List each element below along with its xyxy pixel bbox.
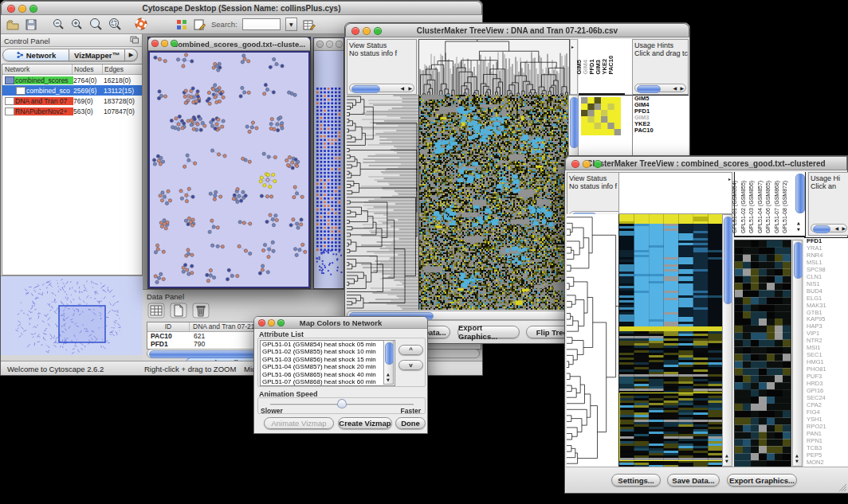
resize-grip-icon[interactable] — [838, 483, 847, 492]
zoom-button[interactable] — [29, 5, 37, 13]
col-header-network[interactable]: Network — [2, 64, 73, 74]
zoom-button[interactable] — [594, 160, 602, 168]
move-down-button[interactable]: v — [398, 360, 423, 370]
zoom-button[interactable] — [277, 319, 285, 326]
treeview-combined-title-bar[interactable]: ClusterMaker TreeView : combined_scores_… — [565, 156, 847, 170]
close-button[interactable] — [351, 27, 359, 35]
tv1-mini-heatmap[interactable] — [581, 97, 621, 135]
dense-network-canvas[interactable] — [314, 51, 344, 288]
open-session-icon[interactable] — [6, 18, 20, 31]
annotation-icon[interactable] — [193, 18, 206, 31]
dialog-title-bar[interactable]: Map Colors to Network — [254, 317, 427, 329]
tv2-save-data-button[interactable]: Save Data... — [667, 474, 720, 486]
attr-col-id[interactable]: ID — [147, 322, 190, 331]
slider-thumb[interactable] — [337, 399, 347, 408]
close-button[interactable] — [258, 319, 265, 326]
main-title-bar[interactable]: Cytoscape Desktop (Session Name: collins… — [1, 1, 482, 15]
attribute-list-item[interactable]: GPL51-02 (GSM855) heat shock 10 min — [261, 348, 395, 355]
treeview-dna-title-bar[interactable]: ClusterMaker TreeView : DNA and Tran 07-… — [345, 23, 689, 37]
animation-speed-slider[interactable] — [270, 404, 414, 406]
tab-overflow-button[interactable]: ▶ — [125, 49, 138, 61]
tv2-export-graphics-button[interactable]: Export Graphics... — [727, 474, 797, 486]
create-vizmap-button[interactable]: Create Vizmap — [338, 417, 392, 429]
close-button[interactable] — [151, 40, 159, 47]
attribute-list-scrollbar[interactable]: ▲ ▼ — [383, 340, 394, 385]
network-list-row[interactable]: RNAPuberNov2+563(0)107847(0) — [2, 106, 142, 116]
tv2-settings-label: Settings... — [618, 476, 654, 485]
move-up-button[interactable]: ^ — [398, 345, 423, 355]
attribute-browser-icon[interactable] — [302, 18, 316, 31]
network1-title-bar[interactable]: combined_scores_good.txt--cluste... — [148, 37, 310, 51]
tv2-heatmap-vscrollbar[interactable]: ▲ ▼ — [722, 214, 732, 467]
tv2-row-dendrogram[interactable] — [567, 214, 618, 467]
tv1-view-status-scrollbar[interactable]: ◀ ▶ — [349, 84, 414, 92]
zoom-button[interactable] — [374, 27, 382, 35]
tv1-gene-label[interactable]: PAC10 — [633, 127, 689, 134]
attribute-list-item[interactable]: GPL51-06 (GSM865) heat shock 40 min — [261, 371, 395, 378]
vizmapper-icon[interactable] — [175, 18, 188, 31]
tv1-usage-hints: Usage Hints Click and drag tc ◀ ▶ — [632, 39, 689, 95]
minimize-button[interactable] — [268, 319, 275, 326]
tab-vizmapper[interactable]: VizMapper™ — [69, 49, 125, 61]
zoom-fit-icon[interactable] — [108, 18, 122, 31]
attribute-list-item[interactable]: GPL51-04 (GSM857) heat shock 20 min — [261, 363, 395, 370]
zoom-out-icon[interactable] — [52, 18, 65, 31]
tv1-column-dendrogram[interactable] — [418, 39, 570, 96]
help-lifesaver-icon[interactable] — [135, 18, 148, 31]
network-name: DNA and Tran 07 — [14, 97, 73, 105]
minimize-button[interactable] — [161, 40, 168, 47]
close-button[interactable] — [316, 41, 324, 48]
zoom-selected-icon[interactable] — [88, 18, 103, 31]
col-header-edges[interactable]: Edges — [103, 64, 142, 74]
tv2-save-data-label: Save Data... — [672, 476, 714, 485]
tv2-global-heatmap[interactable] — [618, 214, 723, 467]
birdseye-view[interactable] — [2, 277, 140, 354]
tv1-heatmap[interactable] — [418, 95, 569, 310]
zoom-button[interactable] — [336, 41, 343, 48]
network-list-row[interactable]: DNA and Tran 07769(0)183728(0) — [2, 96, 142, 106]
close-button[interactable] — [7, 5, 15, 13]
tv2-strip-arrow-icon[interactable]: ▸ — [728, 177, 731, 182]
tv1-row-dendrogram[interactable] — [347, 95, 418, 310]
close-button[interactable] — [571, 160, 579, 168]
network2-title-bar[interactable] — [314, 38, 344, 51]
tab-network[interactable]: Network — [2, 49, 69, 61]
minimize-button[interactable] — [583, 160, 591, 168]
new-document-icon[interactable] — [170, 303, 187, 318]
network-name: combined_sco — [26, 87, 73, 95]
network-canvas[interactable] — [150, 53, 308, 287]
tv2-column-dendrogram[interactable] — [618, 172, 732, 214]
tv2-gene-label[interactable]: MON2 — [804, 459, 848, 467]
attribute-list-item[interactable]: GPL51-07 (GSM868) heat shock 60 min — [261, 378, 395, 385]
tv1-usage-hints-scrollbar[interactable]: ◀ ▶ — [634, 84, 686, 92]
table-icon[interactable] — [147, 303, 165, 318]
tv1-export-graphics-button[interactable]: Export Graphics... — [457, 326, 520, 338]
float-panel-icon[interactable] — [130, 36, 139, 44]
save-session-icon[interactable] — [25, 18, 37, 31]
tv2-usage-hints-scrollbar[interactable]: ◀ ▶ — [811, 224, 847, 232]
dialog-title: Map Colors to Network — [300, 318, 382, 327]
search-label: Search: — [211, 20, 238, 29]
attribute-list-item[interactable]: GPL51-03 (GSM856) heat shock 15 min — [261, 356, 395, 363]
network-list-row[interactable]: combined_sco2569(6)13112(15) — [2, 85, 142, 96]
trash-icon[interactable] — [192, 303, 210, 318]
minimize-button[interactable] — [326, 41, 333, 48]
search-dropdown-button[interactable]: ▼ — [285, 18, 297, 31]
minimize-button[interactable] — [18, 5, 26, 13]
window-controls[interactable] — [7, 5, 37, 13]
animate-vizmap-button[interactable]: Animate Vizmap — [264, 417, 334, 429]
tv1-strip-arrow-icon[interactable]: ▸ — [571, 45, 574, 49]
done-button[interactable]: Done — [395, 417, 426, 429]
tv2-zoom-vscrollbar[interactable]: ▲ ▼ — [792, 240, 803, 467]
tv2-labels-vscrollbar[interactable]: ▲ ▼ — [794, 174, 805, 234]
attribute-list-item[interactable]: GPL51-01 (GSM854) heat shock 05 min — [261, 341, 395, 348]
zoom-in-icon[interactable] — [70, 18, 84, 31]
network-list-row[interactable]: combined_scores2764(0)16218(0) — [2, 75, 142, 85]
minimize-button[interactable] — [363, 27, 371, 35]
attribute-list[interactable]: GPL51-01 (GSM854) heat shock 05 minGPL51… — [260, 340, 395, 386]
zoom-button[interactable] — [171, 40, 178, 47]
col-header-nodes[interactable]: Nodes — [73, 64, 103, 74]
search-input[interactable] — [242, 18, 281, 30]
tv2-zoom-heatmap[interactable] — [734, 240, 791, 468]
tv2-settings-button[interactable]: Settings... — [611, 474, 661, 486]
